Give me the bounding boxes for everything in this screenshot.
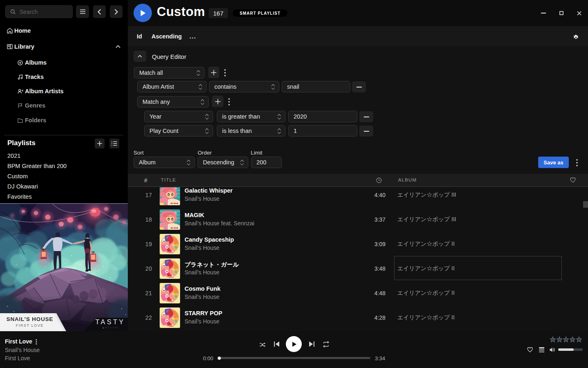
svg-text:▮STʌʌXI: ▮STʌʌXI — [102, 326, 120, 329]
svg-text:SNAIL’S HOUSE: SNAIL’S HOUSE — [7, 316, 53, 322]
svg-text:FIRST LOVE: FIRST LOVE — [16, 323, 44, 328]
svg-text:TASTY: TASTY — [96, 318, 125, 325]
